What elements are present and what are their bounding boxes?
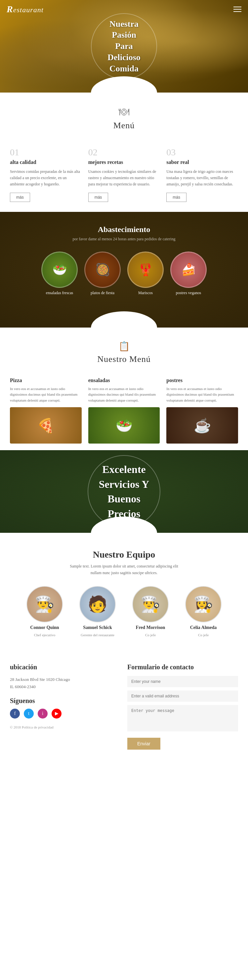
footer-left: ubicación 28 Jackson Blvd Ste 1020 Chica… [10, 663, 121, 749]
team-member-role-2: Co jefe [145, 633, 156, 637]
feature-btn-1[interactable]: más [10, 193, 30, 202]
feature-btn-3[interactable]: más [166, 193, 186, 202]
team-member-name-2: Fred Morrison [136, 625, 165, 630]
footer-right: Formulario de contacto Enviar [127, 663, 238, 749]
catering-curve [91, 311, 157, 328]
catering-label-1: platos de fiesta [91, 291, 114, 296]
team-avatar-2: 👨‍🍳 [132, 586, 169, 622]
menu-intro-section: 🍽 Menú [0, 92, 248, 140]
menu-item-title-2: postres [166, 377, 238, 383]
catering-label-0: ensaladas frescas [46, 291, 73, 296]
catering-label-3: postres veganos [176, 291, 201, 296]
menu-item-image-1: 🥗 [88, 407, 160, 444]
feature-text-3: Una masa ligera de trigo agrio con nuece… [166, 169, 238, 188]
location-heading: ubicación [10, 663, 121, 671]
team-avatar-3: 👩‍🍳 [185, 586, 221, 622]
chef-hat-icon: 🍽 [16, 106, 232, 118]
services-section: Excelente Servicios Y Buenos Precios [0, 450, 248, 533]
menu-item-pizza: Pizza In vero eos et accusamus et iusto … [10, 377, 82, 444]
team-member-2: 👨‍🍳 Fred Morrison Co jefe [127, 586, 173, 637]
catering-title: Abastecimiento [98, 225, 151, 234]
menu-item-image-0: 🍕 [10, 407, 82, 444]
feature-col-3: 03 sabor real Una masa ligera de trigo a… [166, 147, 238, 202]
our-menu-section: 📋 Nuestro Menú [0, 328, 248, 371]
menu-item-title-1: ensaladas [88, 377, 160, 383]
catering-circle-3: 🍰 [170, 251, 207, 288]
catering-circle-1: 🥘 [84, 251, 121, 288]
catering-item-0: 🥗 ensaladas frescas [41, 251, 78, 296]
menu-item-desserts: postres In vero eos et accusamus et iust… [166, 377, 238, 444]
youtube-icon[interactable]: ▶ [52, 709, 62, 719]
contact-message-input[interactable] [127, 705, 238, 732]
catering-item-3: 🍰 postres veganos [170, 251, 207, 296]
team-section: Nuestro Equipo Sample text. Lorem ipsum … [0, 533, 248, 650]
team-member-0: 👨‍🍳 Connor Quinn Chef ejecutivo [22, 586, 68, 637]
team-avatar-0: 👨‍🍳 [27, 586, 63, 622]
our-menu-title: Nuestro Menú [10, 354, 238, 364]
catering-label-2: Mariscos [138, 291, 153, 296]
services-text: Excelente Servicios Y Buenos Precios [95, 462, 153, 521]
logo: Restaurant [6, 4, 44, 14]
feature-title-1: alta calidad [10, 159, 82, 165]
location-address: 28 Jackson Blvd Ste 1020 Chicago IL 6060… [10, 676, 121, 690]
feature-number-1: 01 [10, 147, 82, 158]
catering-item-2: 🦞 Mariscos [127, 251, 164, 296]
feature-number-2: 02 [88, 147, 160, 158]
feature-title-3: sabor real [166, 159, 238, 165]
team-member-1: 🧑 Samuel Schick Gerente del restaurante [75, 586, 121, 637]
team-avatar-1: 🧑 [79, 586, 116, 622]
feature-col-1: 01 alta calidad Servimos comidas prepara… [10, 147, 82, 202]
food-circles-container: 🥗 ensaladas frescas 🥘 platos de fiesta 🦞… [41, 251, 207, 296]
feature-text-1: Servimos comidas preparadas de la más al… [10, 169, 82, 188]
team-title: Nuestro Equipo [10, 549, 238, 560]
features-section: 01 alta calidad Servimos comidas prepara… [0, 140, 248, 212]
team-member-name-0: Connor Quinn [30, 625, 59, 630]
hero-text: Nuestra Pasión Para Delicioso Comida [92, 12, 156, 81]
menu-item-title-0: Pizza [10, 377, 82, 383]
social-icons-container: f t i ▶ [10, 709, 121, 719]
team-member-name-3: Celia Almeda [190, 625, 217, 630]
feature-col-2: 02 mejores recetas Usamos cookies y tecn… [88, 147, 160, 202]
feature-btn-2[interactable]: más [88, 193, 108, 202]
instagram-icon[interactable]: i [38, 709, 48, 719]
footer: ubicación 28 Jackson Blvd Ste 1020 Chica… [0, 650, 248, 763]
feature-text-2: Usamos cookies y tecnologías similares d… [88, 169, 160, 188]
hamburger-menu[interactable] [234, 6, 242, 12]
contact-name-input[interactable] [127, 676, 238, 687]
team-member-role-3: Co jefe [198, 633, 209, 637]
catering-circle-0: 🥗 [41, 251, 78, 288]
menu-section-title: Menú [16, 121, 232, 130]
logo-initial: R [6, 4, 13, 14]
hero-circle: Nuestra Pasión Para Delicioso Comida [91, 13, 157, 80]
contact-email-input[interactable] [127, 690, 238, 702]
menu-item-text-2: In vero eos et accusamus et iusto odio d… [166, 386, 238, 404]
menu-item-salads: ensaladas In vero eos et accusamus et iu… [88, 377, 160, 444]
copyright-text: © 2018 Política de privacidad [10, 725, 121, 729]
feature-number-3: 03 [166, 147, 238, 158]
team-member-role-1: Gerente del restaurante [81, 633, 114, 637]
menu-item-text-1: In vero eos et accusamus et iusto odio d… [88, 386, 160, 404]
send-button[interactable]: Enviar [127, 738, 161, 749]
catering-subtitle: por favor dame al menos 24 horas antes p… [73, 237, 176, 242]
catering-section: Abastecimiento por favor dame al menos 2… [0, 212, 248, 328]
team-member-role-0: Chef ejecutivo [34, 633, 55, 637]
menu-item-text-0: In vero eos et accusamus et iusto odio d… [10, 386, 82, 404]
menu-item-image-2: ☕ [166, 407, 238, 444]
team-subtitle: Sample text. Lorem ipsum dolor sit amet,… [66, 563, 182, 576]
facebook-icon[interactable]: f [10, 709, 20, 719]
team-members-container: 👨‍🍳 Connor Quinn Chef ejecutivo 🧑 Samuel… [10, 586, 238, 637]
twitter-icon[interactable]: t [24, 709, 34, 719]
catering-circle-2: 🦞 [127, 251, 164, 288]
header: Restaurant [0, 0, 248, 19]
social-heading: Síguenos [10, 697, 121, 705]
recipe-icon: 📋 [10, 341, 238, 352]
team-member-name-1: Samuel Schick [83, 625, 112, 630]
catering-item-1: 🥘 platos de fiesta [84, 251, 121, 296]
menu-items-container: Pizza In vero eos et accusamus et iusto … [0, 371, 248, 450]
team-member-3: 👩‍🍳 Celia Almeda Co jefe [180, 586, 226, 637]
contact-heading: Formulario de contacto [127, 663, 238, 671]
feature-title-2: mejores recetas [88, 159, 160, 165]
